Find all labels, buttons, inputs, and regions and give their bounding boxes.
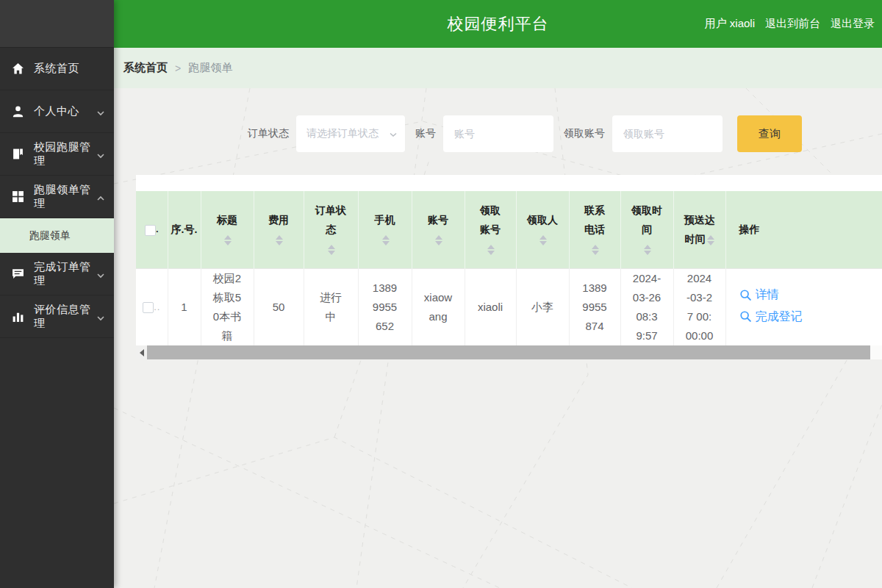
table-row: .. 1 校园2栋取50本书籍 50 进行中 13899955652 xiaow…	[136, 268, 882, 345]
cell-actions: 详情 完成登记	[725, 268, 882, 345]
chevron-up-icon	[96, 193, 105, 201]
chevron-down-icon	[389, 129, 398, 138]
cell-title: 校园2栋取50本书籍	[201, 268, 254, 345]
cell-fee: 50	[254, 268, 304, 345]
scroll-track-end	[870, 345, 882, 359]
search-icon	[739, 289, 752, 301]
sidebar-item-campus-errand-mgmt[interactable]: 校园跑腿管理	[0, 133, 114, 176]
sidebar-item-personal-center[interactable]: 个人中心	[0, 90, 114, 133]
col-index: 序.号.	[168, 191, 201, 268]
breadcrumb: 系统首页 > 跑腿领单	[114, 48, 882, 88]
cell-expected-delivery-time: 2024-03-27 00:00:00	[673, 268, 725, 345]
orders-table: . 序.号. 标题 费用	[136, 191, 882, 345]
filter-bar: 订单状态 请选择订单状态 账号 领取账号 查询	[248, 115, 802, 152]
select-all-cell: .	[136, 191, 168, 268]
topbar: 校园便利平台 用户 xiaoli 退出到前台 退出登录	[114, 0, 882, 48]
col-title[interactable]: 标题	[201, 191, 254, 268]
cell-phone: 13899955652	[358, 268, 412, 345]
user-icon	[12, 105, 25, 118]
cell-account: xiaowang	[412, 268, 465, 345]
col-order-status[interactable]: 订单状态	[304, 191, 358, 268]
sort-icon[interactable]	[644, 245, 651, 255]
chevron-down-icon	[96, 107, 105, 116]
message-icon	[12, 268, 25, 281]
logout-to-front-link[interactable]: 退出到前台	[765, 17, 820, 31]
complete-register-link[interactable]: 完成登记	[739, 307, 803, 326]
sidebar-item-label: 跑腿领单管理	[34, 183, 96, 211]
cell-receiver: 小李	[516, 268, 569, 345]
table-card: . 序.号. 标题 费用	[136, 175, 882, 359]
grid-icon	[12, 190, 25, 204]
sidebar-item-errand-order-mgmt[interactable]: 跑腿领单管理	[0, 176, 114, 218]
sort-icon[interactable]	[539, 235, 547, 245]
row-checkbox-suffix: ..	[154, 301, 160, 312]
col-expected-delivery-time[interactable]: 预送达时间	[673, 191, 725, 268]
account-label: 账号	[415, 127, 436, 140]
receive-account-label: 领取账号	[564, 127, 605, 140]
breadcrumb-separator: >	[175, 62, 181, 74]
sidebar-item-system-home[interactable]: 系统首页	[0, 48, 114, 90]
sort-icon[interactable]	[382, 235, 390, 245]
app-window: 校园便利平台 用户 xiaoli 退出到前台 退出登录 系统首页 > 跑腿领单 …	[0, 0, 882, 588]
sort-icon[interactable]	[276, 235, 283, 245]
select-all-checkbox[interactable]	[145, 225, 156, 236]
sidebar-item-label: 完成订单管理	[34, 260, 96, 288]
account-input[interactable]	[443, 115, 553, 152]
sort-icon[interactable]	[487, 245, 495, 255]
scroll-thumb[interactable]	[147, 345, 870, 359]
cell-index: 1	[168, 268, 201, 345]
cell-order-status: 进行中	[304, 268, 358, 345]
sort-icon[interactable]	[435, 235, 442, 245]
cell-receive-account: xiaoli	[465, 268, 516, 345]
order-status-select[interactable]: 请选择订单状态	[296, 115, 405, 152]
sidebar-subitem-label: 跑腿领单	[29, 229, 71, 243]
col-actions: 操作	[725, 191, 882, 268]
chevron-down-icon	[96, 150, 105, 159]
col-receive-account[interactable]: 领取账号	[465, 191, 516, 268]
sidebar-item-completed-order-mgmt[interactable]: 完成订单管理	[0, 253, 114, 295]
detail-link[interactable]: 详情	[739, 285, 779, 304]
sort-icon[interactable]	[328, 245, 335, 255]
receive-account-input[interactable]	[612, 115, 723, 152]
logout-link[interactable]: 退出登录	[831, 17, 875, 31]
search-button[interactable]: 查询	[737, 115, 802, 152]
breadcrumb-home[interactable]: 系统首页	[123, 61, 168, 75]
row-checkbox[interactable]	[143, 302, 154, 313]
sidebar-item-label: 个人中心	[34, 104, 96, 118]
arrow-left-icon	[140, 349, 144, 356]
sidebar-item-label: 系统首页	[34, 62, 105, 76]
cell-receive-time: 2024-03-26 08:39:57	[620, 268, 673, 345]
book-icon	[12, 148, 25, 161]
table-header-row: . 序.号. 标题 费用	[136, 191, 882, 268]
sidebar-item-label: 校园跑腿管理	[34, 140, 96, 168]
col-receiver[interactable]: 领取人	[516, 191, 569, 268]
main-content: 订单状态 请选择订单状态 账号 领取账号 查询	[114, 88, 882, 588]
breadcrumb-current: 跑腿领单	[188, 61, 232, 75]
col-account[interactable]: 账号	[412, 191, 465, 268]
chevron-down-icon	[96, 312, 105, 321]
chevron-down-icon	[96, 270, 105, 279]
sort-icon[interactable]	[707, 235, 714, 245]
sidebar: 系统首页 个人中心 校园跑腿管理 跑腿领单管理	[0, 0, 114, 588]
row-checkbox-cell: ..	[136, 268, 168, 345]
select-all-suffix: .	[156, 223, 159, 234]
order-status-select-placeholder: 请选择订单状态	[306, 127, 389, 140]
bar-chart-icon	[12, 310, 25, 323]
order-status-label: 订单状态	[248, 127, 289, 140]
user-area: 用户 xiaoli 退出到前台 退出登录	[705, 0, 875, 48]
col-receive-time[interactable]: 领取时间	[620, 191, 673, 268]
horizontal-scrollbar[interactable]	[136, 345, 882, 359]
sort-icon[interactable]	[592, 245, 599, 255]
home-icon	[12, 62, 25, 76]
user-label: 用户 xiaoli	[705, 17, 755, 31]
col-contact-phone[interactable]: 联系电话	[569, 191, 620, 268]
sidebar-item-review-info-mgmt[interactable]: 评价信息管理	[0, 295, 114, 338]
sidebar-item-label: 评价信息管理	[34, 303, 96, 331]
col-phone[interactable]: 手机	[358, 191, 412, 268]
search-icon	[739, 310, 752, 323]
sort-icon[interactable]	[224, 235, 232, 245]
sidebar-subitem-errand-order[interactable]: 跑腿领单	[0, 218, 114, 253]
col-fee[interactable]: 费用	[254, 191, 304, 268]
sidebar-logo-block	[0, 0, 114, 48]
scroll-left-button[interactable]	[136, 345, 147, 359]
